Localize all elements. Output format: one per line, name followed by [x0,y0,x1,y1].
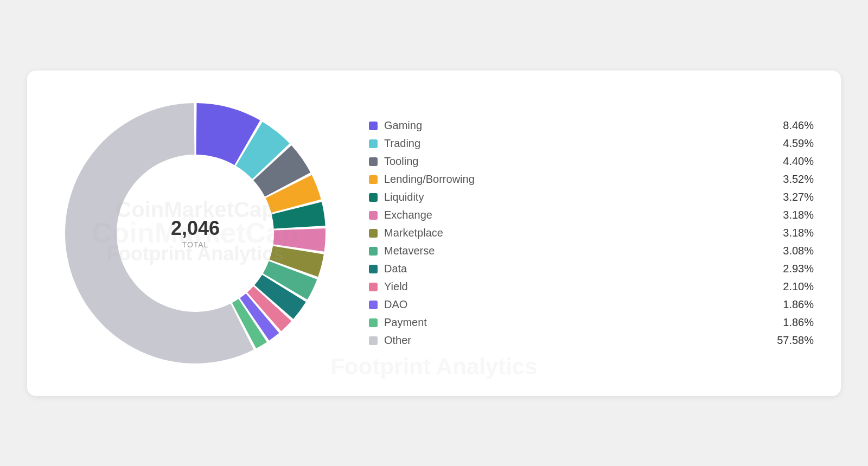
legend-color-box [369,139,378,148]
legend-color-box [369,211,378,220]
legend-value: 8.46% [776,119,814,132]
legend-label: Payment [384,316,769,329]
legend-color-box [369,229,378,238]
legend-item: Exchange3.18% [369,209,814,221]
legend-color-box [369,265,378,273]
chart-card: CoinMarketCapFootprint Analytics 2,046 T… [27,71,841,396]
legend-label: Trading [384,137,769,150]
legend-item: Yield2.10% [369,280,814,293]
legend-item: Payment1.86% [369,316,814,329]
legend-label: Exchange [384,209,769,221]
legend-color-box [369,122,378,130]
legend-item: Marketplace3.18% [369,227,814,239]
legend-color-box [369,301,378,309]
legend-value: 3.52% [776,173,814,186]
legend-label: Metaverse [384,245,769,257]
legend-item: Trading4.59% [369,137,814,150]
svg-text:Footprint Analytics: Footprint Analytics [107,242,284,265]
legend-label: Liquidity [384,191,769,203]
legend-color-box [369,336,378,345]
legend-value: 57.58% [776,334,814,347]
legend-label: DAO [384,298,769,311]
legend-value: 1.86% [776,316,814,329]
legend-item: Lending/Borrowing3.52% [369,173,814,186]
legend-value: 2.93% [776,263,814,275]
legend-color-box [369,247,378,256]
legend-color-box [369,283,378,291]
legend-label: Marketplace [384,227,769,239]
legend-color-box [369,157,378,166]
donut-svg: CoinMarketCapFootprint Analytics [54,92,336,374]
legend-item: Other57.58% [369,334,814,347]
legend-value: 2.10% [776,280,814,293]
legend-item: Metaverse3.08% [369,245,814,257]
legend-value: 3.18% [776,209,814,221]
legend: Gaming8.46%Trading4.59%Tooling4.40%Lendi… [369,119,814,347]
legend-label: Yield [384,280,769,293]
legend-value: 3.18% [776,227,814,239]
legend-label: Gaming [384,119,769,132]
legend-value: 3.08% [776,245,814,257]
legend-label: Tooling [384,155,769,168]
legend-item: DAO1.86% [369,298,814,311]
legend-color-box [369,318,378,327]
svg-text:CoinMarketCap: CoinMarketCap [116,197,275,221]
legend-item: Tooling4.40% [369,155,814,168]
legend-color-box [369,175,378,184]
legend-value: 4.59% [776,137,814,150]
legend-item: Data2.93% [369,263,814,275]
legend-item: Liquidity3.27% [369,191,814,203]
legend-label: Lending/Borrowing [384,173,769,186]
donut-chart-area: CoinMarketCapFootprint Analytics 2,046 T… [54,92,336,374]
legend-value: 4.40% [776,155,814,168]
legend-value: 3.27% [776,191,814,203]
legend-label: Data [384,263,769,275]
legend-value: 1.86% [776,298,814,311]
legend-color-box [369,193,378,202]
legend-label: Other [384,334,769,347]
legend-item: Gaming8.46% [369,119,814,132]
watermark-footprint: Footprint Analytics [330,354,537,380]
